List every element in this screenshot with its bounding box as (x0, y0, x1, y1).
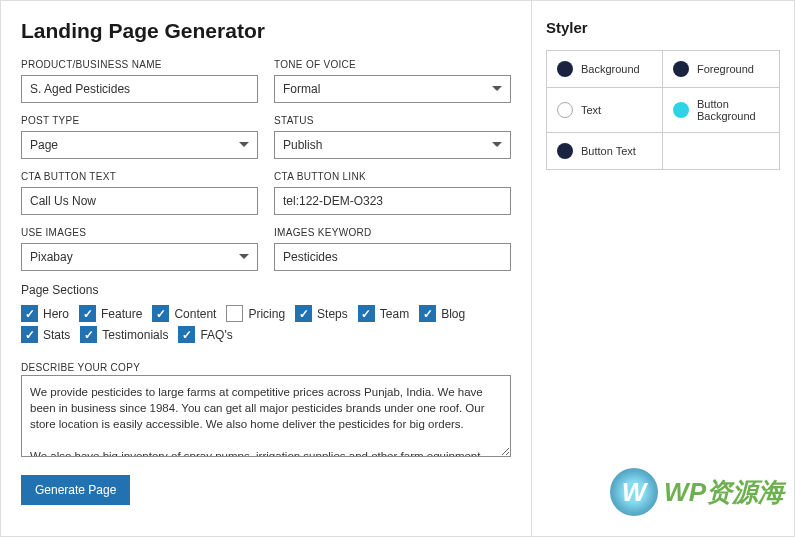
section-checkbox[interactable] (21, 305, 38, 322)
section-checkbox[interactable] (80, 326, 97, 343)
color-swatch-icon (673, 61, 689, 77)
styler-label: Button Background (697, 98, 769, 122)
page-title: Landing Page Generator (21, 19, 511, 43)
tone-label: TONE OF VOICE (274, 59, 511, 70)
product-name-input[interactable] (21, 75, 258, 103)
describe-textarea[interactable] (21, 375, 511, 457)
styler-label: Background (581, 63, 640, 75)
section-checkbox[interactable] (419, 305, 436, 322)
section-checkbox-label: Content (174, 307, 216, 321)
tone-select[interactable]: Formal (274, 75, 511, 103)
section-checkbox[interactable] (79, 305, 96, 322)
section-checkbox-label: Hero (43, 307, 69, 321)
section-item: Pricing (226, 305, 285, 322)
section-item: Team (358, 305, 409, 322)
styler-label: Text (581, 104, 601, 116)
status-label: STATUS (274, 115, 511, 126)
use-images-label: USE IMAGES (21, 227, 258, 238)
styler-cell[interactable]: Button Text (547, 133, 663, 169)
section-checkbox[interactable] (358, 305, 375, 322)
section-item: Hero (21, 305, 69, 322)
section-item: Steps (295, 305, 348, 322)
section-item: Testimonials (80, 326, 168, 343)
styler-cell[interactable]: Button Background (663, 88, 779, 133)
section-checkbox[interactable] (178, 326, 195, 343)
section-item: Blog (419, 305, 465, 322)
styler-title: Styler (546, 19, 780, 36)
section-item: Feature (79, 305, 142, 322)
section-checkbox-label: Pricing (248, 307, 285, 321)
styler-grid: BackgroundForegroundTextButton Backgroun… (546, 50, 780, 170)
color-swatch-icon (557, 102, 573, 118)
product-name-label: PRODUCT/BUSINESS NAME (21, 59, 258, 70)
color-swatch-icon (557, 61, 573, 77)
section-checkbox[interactable] (152, 305, 169, 322)
section-checkbox-label: Feature (101, 307, 142, 321)
section-checkbox[interactable] (295, 305, 312, 322)
color-swatch-icon (673, 102, 689, 118)
styler-cell[interactable]: Background (547, 51, 663, 88)
color-swatch-icon (557, 143, 573, 159)
generate-page-button[interactable]: Generate Page (21, 475, 130, 505)
styler-cell[interactable]: Text (547, 88, 663, 133)
section-checkbox-label: Blog (441, 307, 465, 321)
styler-cell[interactable]: Foreground (663, 51, 779, 88)
cta-text-label: CTA BUTTON TEXT (21, 171, 258, 182)
styler-panel: Styler BackgroundForegroundTextButton Ba… (532, 1, 794, 536)
post-type-select[interactable]: Page (21, 131, 258, 159)
section-checkbox[interactable] (21, 326, 38, 343)
section-checkbox-label: FAQ's (200, 328, 232, 342)
cta-link-label: CTA BUTTON LINK (274, 171, 511, 182)
styler-label: Foreground (697, 63, 754, 75)
cta-text-input[interactable] (21, 187, 258, 215)
use-images-select[interactable]: Pixabay (21, 243, 258, 271)
section-checkbox-label: Steps (317, 307, 348, 321)
page-sections-label: Page Sections (21, 283, 511, 297)
styler-label: Button Text (581, 145, 636, 157)
section-item: Stats (21, 326, 70, 343)
post-type-label: POST TYPE (21, 115, 258, 126)
page-sections-row: HeroFeatureContentPricingStepsTeamBlogSt… (21, 305, 511, 343)
section-item: Content (152, 305, 216, 322)
section-item: FAQ's (178, 326, 232, 343)
status-select[interactable]: Publish (274, 131, 511, 159)
section-checkbox-label: Stats (43, 328, 70, 342)
describe-label: DESCRIBE YOUR COPY (21, 362, 140, 373)
images-keyword-input[interactable] (274, 243, 511, 271)
section-checkbox-label: Team (380, 307, 409, 321)
main-panel: Landing Page Generator PRODUCT/BUSINESS … (1, 1, 532, 536)
section-checkbox[interactable] (226, 305, 243, 322)
cta-link-input[interactable] (274, 187, 511, 215)
section-checkbox-label: Testimonials (102, 328, 168, 342)
images-keyword-label: IMAGES KEYWORD (274, 227, 511, 238)
